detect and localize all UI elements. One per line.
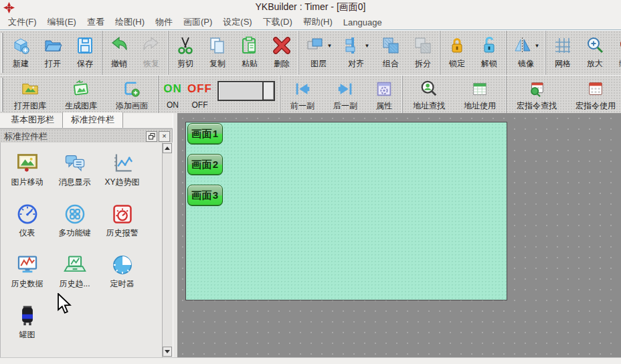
status-bar (0, 357, 621, 364)
macro-usage-icon (586, 80, 605, 98)
toolbar-label: ON (167, 100, 179, 110)
new-file-button[interactable]: 新建 (5, 31, 37, 75)
save-icon (75, 35, 95, 56)
toolbar-label: 打开 (45, 58, 61, 70)
chevron-down-icon[interactable]: ▼ (535, 43, 540, 49)
paste-button[interactable]: 粘贴 (234, 31, 266, 75)
on-state-button[interactable]: ONON (159, 76, 186, 114)
widget-history-alarm[interactable]: 历史报警 (98, 199, 146, 250)
off-state-button[interactable]: OFFOFF (186, 76, 213, 114)
panel-header: 标准控件栏 × (0, 128, 173, 144)
new-file-icon (11, 35, 31, 56)
menu-item-draw[interactable]: 绘图(H) (110, 15, 150, 29)
menu-item-help[interactable]: 帮助(H) (298, 15, 338, 29)
screen-number-slider[interactable] (217, 81, 275, 101)
open-file-icon (43, 35, 63, 56)
toolbar-label: 放大 (587, 58, 603, 70)
toolbar-group: 地址查找地址使用 (402, 76, 506, 114)
float-panel-button[interactable] (146, 131, 157, 142)
address-usage-button[interactable]: 地址使用 (454, 76, 505, 114)
widget-message-display[interactable]: 消息显示 (51, 148, 98, 199)
palette-scrollbar[interactable] (162, 143, 173, 358)
layers-button[interactable]: ▼图层 (300, 31, 337, 75)
tab-basic-graphics[interactable]: 基本图形栏 (3, 112, 63, 128)
copy-button[interactable]: 复制 (201, 31, 234, 75)
screen-button-1[interactable]: 画面1 (187, 123, 223, 145)
widget-gauge[interactable]: 仪表 (3, 199, 51, 250)
screen-button-2[interactable]: 画面2 (187, 154, 223, 175)
align-button[interactable]: ▼对齐 (337, 31, 375, 75)
menu-item-settings[interactable]: 设定(S) (217, 15, 257, 29)
lock-button[interactable]: 锁定 (441, 31, 473, 75)
properties-icon (375, 80, 393, 98)
chevron-down-icon[interactable]: ▼ (327, 43, 333, 49)
toolbar-label: 复制 (209, 58, 226, 70)
group-button[interactable]: 组合 (375, 31, 407, 75)
widget-multi-function-key[interactable]: 多功能键 (51, 199, 98, 250)
menu-item-edit[interactable]: 编辑(E) (42, 15, 82, 29)
widget-history-trend[interactable]: 历史趋... (51, 250, 98, 300)
zoom-in-button[interactable]: 放大 (579, 31, 611, 75)
zoom-in-icon (585, 35, 605, 56)
menu-item-download[interactable]: 下载(D) (258, 15, 298, 29)
slider-handle[interactable] (262, 82, 274, 100)
scroll-down-button[interactable] (163, 347, 172, 357)
menu-item-object[interactable]: 物件 (150, 15, 178, 29)
main-toolbar: 新建打开保存撤销恢复剪切复制粘贴删除▼图层▼对齐组合拆分锁定解锁▼镜像网格放大缩… (0, 30, 621, 76)
toolbar-group: ONONOFFOFF (158, 76, 280, 114)
save-button[interactable]: 保存 (69, 31, 101, 75)
properties-button[interactable]: 属性 (367, 76, 402, 114)
panel-tab-bar: 基本图形栏标准控件栏 (0, 113, 173, 128)
widget-xy-trend[interactable]: XY趋势图 (98, 148, 146, 199)
address-find-button[interactable]: 地址查找 (404, 76, 454, 114)
ungroup-button[interactable]: 拆分 (407, 31, 439, 75)
toolbar-label: 镜像 (518, 58, 534, 70)
menu-item-view[interactable]: 查看 (82, 15, 110, 29)
menu-item-language[interactable]: Language (338, 16, 387, 29)
open-file-button[interactable]: 打开 (37, 31, 69, 75)
menu-item-screen[interactable]: 画面(P) (178, 15, 217, 29)
on-state-icon: ON (163, 82, 182, 96)
grid-button[interactable]: 网格 (547, 31, 579, 75)
unlock-button[interactable]: 解锁 (473, 31, 505, 75)
toolbar-label: 粘贴 (242, 58, 258, 70)
toolbar-grip[interactable] (1, 78, 3, 112)
zoom-out-button[interactable]: 缩小 (611, 31, 621, 75)
cut-button[interactable]: 剪切 (169, 31, 201, 75)
toolbar-group: 剪切复制粘贴删除 (168, 31, 298, 75)
toolbar-label: 地址使用 (464, 100, 496, 112)
open-gallery-button[interactable]: 打开图库 (5, 76, 56, 114)
xy-trend-icon (111, 152, 134, 175)
widget-history-data[interactable]: 历史数据 (3, 250, 51, 300)
scroll-up-button[interactable] (163, 143, 172, 153)
address-usage-icon (470, 80, 489, 98)
toolbar-label: 前一副 (290, 100, 315, 112)
mirror-icon (513, 35, 533, 56)
add-screen-button[interactable]: 添加画面 (106, 76, 157, 114)
redo-button[interactable]: 恢复 (135, 31, 167, 75)
toolbar-group: 打开图库生成图库添加画面 (4, 76, 158, 114)
delete-button[interactable]: 删除 (266, 31, 298, 75)
close-panel-button[interactable]: × (159, 131, 170, 142)
screen-button-3[interactable]: 画面3 (187, 185, 223, 206)
prev-screen-button[interactable]: 前一副 (281, 76, 324, 114)
mirror-button[interactable]: ▼镜像 (507, 31, 545, 75)
macro-usage-button[interactable]: 宏指令使用 (566, 76, 621, 114)
panel-title: 标准控件栏 (4, 130, 146, 143)
next-screen-button[interactable]: 后一副 (324, 76, 367, 114)
widget-palette: 图片移动消息显示XY趋势图仪表多功能键历史报警历史数据历史趋...定时器罐图 (0, 143, 173, 358)
tab-standard-controls[interactable]: 标准控件栏 (63, 112, 123, 128)
toolbar-label: 撤销 (111, 58, 127, 70)
chevron-down-icon[interactable]: ▼ (365, 43, 370, 49)
widget-tank[interactable]: 罐图 (3, 300, 51, 351)
menu-item-file[interactable]: 文件(F) (3, 15, 42, 29)
undo-button[interactable]: 撤销 (103, 31, 135, 75)
widget-picture-move[interactable]: 图片移动 (3, 148, 51, 199)
widget-timer[interactable]: 定时器 (98, 250, 146, 300)
toolbar-grip[interactable] (1, 33, 3, 73)
widget-label: 定时器 (110, 278, 135, 290)
title-bar: YKBuilder : Timer - [画面0] (0, 0, 621, 15)
design-canvas[interactable]: 画面1画面2画面3 (185, 122, 507, 300)
make-gallery-button[interactable]: 生成图库 (56, 76, 106, 114)
macro-find-button[interactable]: 宏指令查找 (507, 76, 566, 114)
